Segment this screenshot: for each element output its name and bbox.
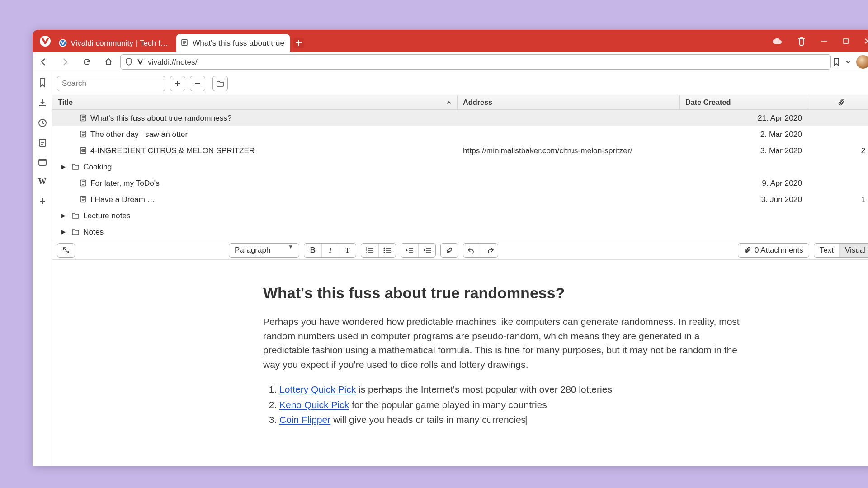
attachment-icon [838,99,846,107]
sort-asc-icon [446,100,452,105]
row-title: Lecture notes [83,211,131,221]
editor-body[interactable]: What's this fuss about true randomness? … [52,260,868,446]
column-address[interactable]: Address [458,95,680,109]
nav-home-button[interactable] [99,52,118,72]
note-row[interactable]: What's this fuss about true randomness?2… [52,110,868,126]
note-icon [80,131,87,138]
row-attachments [807,224,868,240]
row-attachments [807,175,868,191]
note-link[interactable]: Lottery Quick Pick [279,384,356,394]
row-date: 21. Apr 2020 [680,110,807,126]
panel-downloads-button[interactable] [38,99,47,108]
folder-row[interactable]: ▶Cooking [52,159,868,175]
svg-point-40 [383,248,385,249]
tree-toggle-icon[interactable]: ▶ [61,229,68,235]
note-web-icon [80,147,87,154]
notes-rows: What's this fuss about true randomness?2… [52,110,868,241]
undo-button[interactable] [463,244,481,257]
mode-text-button[interactable]: Text [814,244,839,257]
window-close-button[interactable] [864,38,868,44]
tab-title: Vivaldi community | Tech forum [71,38,171,48]
profile-avatar[interactable] [856,55,868,69]
tree-toggle-icon[interactable]: ▶ [61,212,68,219]
column-date[interactable]: Date Created [680,95,807,109]
tab-active[interactable]: What's this fuss about true [176,34,290,52]
tree-toggle-icon[interactable]: ▶ [61,164,68,170]
attachments-button[interactable]: 0 Attachments [738,243,809,258]
address-field[interactable] [120,54,831,70]
folder-row[interactable]: ▶Lecture notes [52,207,868,224]
nav-back-button[interactable] [33,52,53,72]
sync-cloud-icon[interactable] [772,38,782,45]
note-link[interactable]: Keno Quick Pick [279,399,349,410]
folder-icon [216,80,224,87]
paragraph-select[interactable]: Paragraph ▼ [229,243,299,258]
note-paragraph: Perhaps you have wondered how predictabl… [263,314,747,371]
bold-button[interactable]: B [304,244,321,257]
note-row[interactable]: I Have a Dream …3. Jun 20201 [52,191,868,207]
note-link[interactable]: Coin Flipper [279,414,330,425]
italic-button[interactable]: I [321,244,339,257]
tab-background[interactable]: Vivaldi community | Tech forum [54,34,176,52]
svg-rect-14 [39,159,46,165]
chevron-down-icon: ▼ [288,244,293,257]
redo-button[interactable] [481,244,498,257]
note-folder-button[interactable] [212,76,228,91]
bookmark-icon [833,57,840,66]
window-controls [772,30,868,52]
folder-icon [71,212,80,219]
new-tab-button[interactable] [293,38,304,48]
nav-reload-button[interactable] [77,52,97,72]
row-date [680,224,807,240]
note-row[interactable]: For later, my ToDo's9. Apr 2020 [52,175,868,191]
row-attachments: 1 [807,191,868,207]
note-row[interactable]: 4-INGREDIENT CITRUS & MELON SPRITZERhttp… [52,142,868,159]
vivaldi-menu-button[interactable] [36,32,54,50]
outdent-button[interactable] [401,244,418,257]
link-button[interactable] [441,244,458,257]
note-title: What's this fuss about true randomness? [263,282,833,305]
plus-icon [296,40,302,46]
expand-icon [62,247,70,254]
folder-icon [71,163,80,170]
note-add-button[interactable] [170,76,185,91]
strike-button[interactable]: T [339,244,356,257]
window-minimize-button[interactable] [821,38,827,44]
mode-visual-button[interactable]: Visual [839,244,868,257]
vivaldi-logo-icon [39,35,52,47]
svg-rect-8 [844,39,848,43]
row-date: 2. Mar 2020 [680,126,807,142]
svg-point-41 [383,250,385,251]
column-title[interactable]: Title [52,95,458,109]
panel-history-button[interactable] [38,118,47,127]
url-input[interactable] [148,57,826,67]
window-maximize-button[interactable] [843,38,849,44]
nav-forward-button[interactable] [55,52,75,72]
chevron-down-icon [845,59,851,65]
attachment-icon [744,247,751,254]
row-attachments [807,159,868,175]
row-address [458,110,680,126]
panel-add-button[interactable] [39,197,46,205]
panel-notes-button[interactable] [38,138,47,147]
vivaldi-favicon-icon [59,39,67,47]
ordered-list-button[interactable]: 123 [361,244,378,257]
row-address [458,175,680,191]
editor-expand-button[interactable] [57,243,75,258]
tab-bar: Vivaldi community | Tech forum What's th… [33,30,868,52]
folder-icon [71,228,80,235]
indent-button[interactable] [418,244,435,257]
unordered-list-button[interactable] [378,244,396,257]
bookmark-button[interactable] [833,57,840,66]
notes-search-input[interactable] [57,76,165,91]
note-remove-button[interactable] [190,76,205,91]
folder-row[interactable]: ▶Notes [52,224,868,240]
panel-window-button[interactable] [38,158,47,166]
trash-button[interactable] [797,37,806,46]
panel-bookmarks-button[interactable] [38,78,47,88]
note-row[interactable]: The other day I saw an otter2. Mar 2020 [52,126,868,142]
bookmark-menu-button[interactable] [845,59,851,65]
panel-wikipedia-button[interactable]: W [38,177,47,187]
column-attachments[interactable] [807,95,868,109]
row-title: 4-INGREDIENT CITRUS & MELON SPRITZER [90,146,255,155]
